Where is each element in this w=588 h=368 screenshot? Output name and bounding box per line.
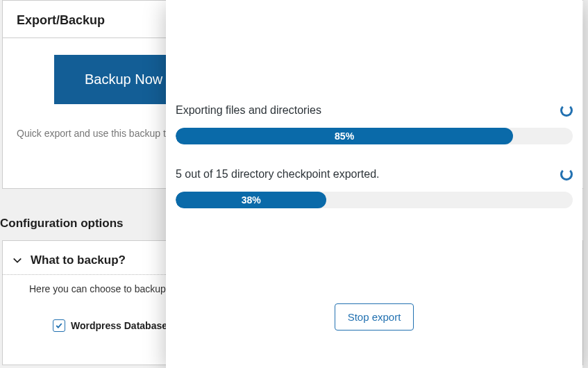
progress-block-2: 5 out of 15 directory checkpoint exporte… [176,168,573,208]
stop-export-button[interactable]: Stop export [335,303,414,331]
export-progress-modal: Exporting files and directories 85% 5 ou… [166,0,582,368]
progress-row-2: 5 out of 15 directory checkpoint exporte… [176,168,573,181]
progress-block-1: Exporting files and directories 85% [176,104,573,144]
config-section-title: Configuration options [0,217,124,231]
progress-fill-1: 85% [176,128,513,144]
modal-footer: Stop export [166,303,582,331]
progress-percent-2: 38% [242,194,261,206]
spinner-icon [560,168,573,181]
accordion-title-text: What to backup? [31,253,126,267]
spinner-icon [560,104,573,117]
progress-percent-1: 85% [335,131,354,142]
progress-label-1: Exporting files and directories [176,104,321,117]
checkbox-label: Wordpress Database [71,320,167,331]
progress-row-1: Exporting files and directories [176,104,573,117]
progress-bar-1: 85% [176,128,573,144]
checkbox-icon [53,319,65,332]
chevron-down-icon [12,256,22,265]
progress-fill-2: 38% [176,192,326,208]
progress-bar-2: 38% [176,192,573,208]
progress-label-2: 5 out of 15 directory checkpoint exporte… [176,168,380,181]
